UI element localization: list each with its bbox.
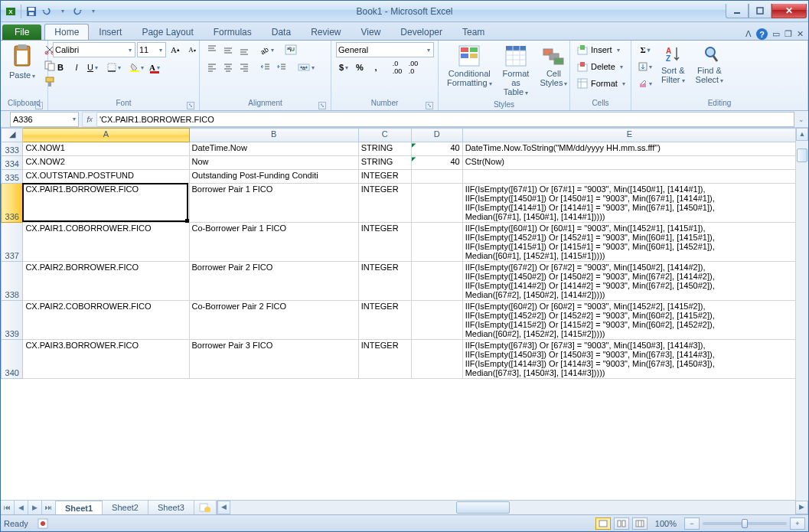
col-header-e[interactable]: E bbox=[462, 129, 796, 142]
align-top-button[interactable] bbox=[204, 42, 220, 57]
fill-button[interactable] bbox=[636, 59, 654, 74]
formula-input[interactable]: 'CX.PAIR1.BORROWER.FICO bbox=[97, 112, 794, 127]
number-dialog-launcher[interactable]: ⤡ bbox=[426, 102, 433, 109]
cell[interactable] bbox=[411, 262, 462, 301]
cell[interactable]: CX.PAIR2.BORROWER.FICO bbox=[23, 262, 189, 301]
tab-home[interactable]: Home bbox=[44, 24, 89, 40]
cell[interactable]: Borrower Pair 1 FICO bbox=[189, 184, 358, 223]
font-dialog-launcher[interactable]: ⤡ bbox=[187, 102, 194, 109]
page-layout-view-button[interactable] bbox=[614, 517, 629, 530]
cell[interactable]: CX.NOW2 bbox=[23, 156, 189, 170]
maximize-button[interactable] bbox=[749, 4, 771, 18]
sort-filter-button[interactable]: AZSort & Filter bbox=[657, 42, 689, 88]
conditional-formatting-button[interactable]: Conditional Formatting bbox=[443, 42, 496, 91]
vscroll-thumb[interactable] bbox=[797, 149, 807, 162]
hscroll-thumb[interactable] bbox=[456, 501, 510, 514]
scroll-up-icon[interactable]: ▲ bbox=[796, 128, 808, 141]
sheet-nav-prev[interactable]: ◀ bbox=[15, 501, 28, 514]
macro-record-icon[interactable] bbox=[38, 518, 48, 529]
cell[interactable]: INTEGER bbox=[358, 262, 411, 301]
help-icon[interactable]: ? bbox=[756, 28, 768, 40]
tab-pagelayout[interactable]: Page Layout bbox=[132, 24, 203, 40]
name-box[interactable]: A336▾ bbox=[10, 112, 79, 127]
save-icon[interactable] bbox=[24, 5, 38, 18]
cell[interactable]: STRING bbox=[358, 142, 411, 156]
col-header-d[interactable]: D bbox=[411, 129, 462, 142]
comma-format-button[interactable]: , bbox=[368, 60, 383, 75]
cell[interactable]: CX.NOW1 bbox=[23, 142, 189, 156]
vertical-scrollbar[interactable]: ▲ ▼ bbox=[795, 128, 808, 514]
qat-customize-dropdown[interactable] bbox=[86, 5, 99, 18]
sheet-nav-next[interactable]: ▶ bbox=[28, 501, 42, 514]
col-header-b[interactable]: B bbox=[189, 129, 358, 142]
font-size-combo[interactable]: 11▾ bbox=[137, 42, 166, 57]
cell[interactable] bbox=[411, 184, 462, 223]
table-row[interactable]: 335CX.OUTSTAND.POSTFUNDOutstanding Post-… bbox=[2, 170, 797, 184]
cell[interactable]: IIF(IsEmpty([67#3]) Or [67#3] = "9003", … bbox=[462, 340, 796, 379]
cell[interactable]: 40◤ bbox=[411, 156, 462, 170]
sheet-nav-first[interactable]: ⏮ bbox=[1, 501, 15, 514]
cell[interactable]: STRING bbox=[358, 156, 411, 170]
percent-format-button[interactable]: % bbox=[352, 60, 367, 75]
merge-center-button[interactable]: a bbox=[295, 60, 317, 75]
grow-font-button[interactable]: A▴ bbox=[168, 42, 183, 57]
zoom-slider[interactable] bbox=[703, 522, 787, 525]
zoom-in-button[interactable]: + bbox=[790, 517, 805, 530]
decrease-indent-button[interactable] bbox=[258, 60, 273, 75]
cell[interactable]: CX.PAIR1.BORROWER.FICO bbox=[23, 184, 189, 223]
align-middle-button[interactable] bbox=[220, 42, 236, 57]
sheet-tab-2[interactable]: Sheet2 bbox=[103, 501, 148, 514]
insert-cells-button[interactable]: Insert bbox=[575, 42, 628, 57]
tab-review[interactable]: Review bbox=[301, 24, 351, 40]
undo-dropdown[interactable] bbox=[55, 5, 69, 18]
workbook-minimize-icon[interactable]: ▭ bbox=[772, 29, 780, 39]
workbook-restore-icon[interactable]: ❐ bbox=[785, 29, 792, 39]
table-row[interactable]: 339CX.PAIR2.COBORROWER.FICOCo-Borrower P… bbox=[2, 301, 797, 340]
redo-icon[interactable] bbox=[70, 5, 84, 18]
excel-icon[interactable]: X bbox=[4, 5, 18, 18]
cell[interactable] bbox=[411, 340, 462, 379]
align-center-button[interactable] bbox=[220, 60, 236, 75]
undo-icon[interactable] bbox=[40, 5, 54, 18]
clear-button[interactable] bbox=[636, 76, 654, 91]
increase-indent-button[interactable] bbox=[274, 60, 289, 75]
decrease-decimal-button[interactable]: .00.0 bbox=[406, 60, 421, 75]
format-cells-button[interactable]: Format bbox=[575, 76, 628, 91]
autosum-button[interactable]: Σ bbox=[636, 42, 654, 57]
paste-button[interactable]: Paste bbox=[5, 42, 39, 83]
cell[interactable]: CX.PAIR3.BORROWER.FICO bbox=[23, 340, 189, 379]
formula-expand-icon[interactable]: ⌄ bbox=[794, 116, 808, 123]
cell[interactable]: DateTime.Now bbox=[189, 142, 358, 156]
cell[interactable] bbox=[462, 170, 796, 184]
wrap-text-button[interactable]: ab bbox=[282, 42, 299, 57]
align-right-button[interactable] bbox=[237, 60, 252, 75]
cell[interactable]: IIF(IsEmpty([60#2]) Or [60#2] = "9003", … bbox=[462, 301, 796, 340]
cell[interactable]: CX.OUTSTAND.POSTFUND bbox=[23, 170, 189, 184]
font-color-button[interactable]: A bbox=[147, 60, 162, 75]
cell[interactable]: DateTime.Now.ToString("MM/dd/yyyy HH.mm.… bbox=[462, 142, 796, 156]
cell[interactable]: IIF(IsEmpty([67#1]) Or [67#1] = "9003", … bbox=[462, 184, 796, 223]
sheet-nav-last[interactable]: ⏭ bbox=[42, 501, 56, 514]
row-header[interactable]: 333 bbox=[2, 142, 23, 156]
sheet-tab-1[interactable]: Sheet1 bbox=[56, 501, 103, 514]
tab-data[interactable]: Data bbox=[262, 24, 301, 40]
cell[interactable]: INTEGER bbox=[358, 170, 411, 184]
page-break-view-button[interactable] bbox=[632, 517, 648, 530]
table-row[interactable]: 340CX.PAIR3.BORROWER.FICOBorrower Pair 3… bbox=[2, 340, 797, 379]
table-row[interactable]: 337CX.PAIR1.COBORROWER.FICOCo-Borrower P… bbox=[2, 223, 797, 262]
workbook-close-icon[interactable]: ✕ bbox=[797, 29, 804, 39]
cell[interactable] bbox=[411, 223, 462, 262]
cell[interactable]: IIF(IsEmpty([67#2]) Or [67#2] = "9003", … bbox=[462, 262, 796, 301]
normal-view-button[interactable] bbox=[595, 517, 611, 530]
cell[interactable]: INTEGER bbox=[358, 340, 411, 379]
tab-insert[interactable]: Insert bbox=[89, 24, 132, 40]
bold-button[interactable]: B bbox=[53, 60, 68, 75]
sheet-tab-3[interactable]: Sheet3 bbox=[148, 501, 194, 514]
number-format-combo[interactable]: General▾ bbox=[336, 42, 434, 57]
table-row[interactable]: 338CX.PAIR2.BORROWER.FICOBorrower Pair 2… bbox=[2, 262, 797, 301]
find-select-button[interactable]: Find & Select bbox=[692, 42, 728, 88]
cell[interactable]: Borrower Pair 3 FICO bbox=[189, 340, 358, 379]
zoom-slider-thumb[interactable] bbox=[742, 519, 748, 528]
col-header-c[interactable]: C bbox=[358, 129, 411, 142]
cell-styles-button[interactable]: Cell Styles bbox=[536, 42, 571, 91]
